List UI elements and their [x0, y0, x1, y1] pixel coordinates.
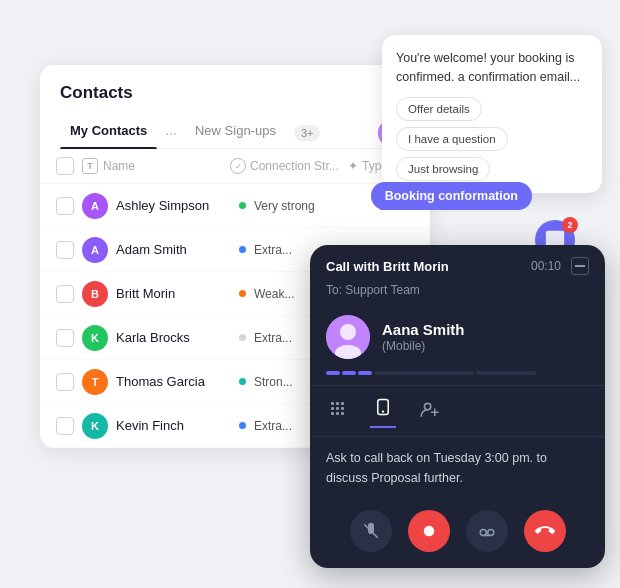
- mute-button[interactable]: [350, 510, 392, 552]
- svg-rect-13: [331, 412, 334, 415]
- call-tab-add-contact[interactable]: [416, 397, 444, 425]
- waveform-bar: [326, 371, 340, 375]
- booking-bubble-text: You're welcome! your booking is confirme…: [396, 49, 588, 87]
- header-type-icon: T: [82, 158, 98, 174]
- call-title: Call with Britt Morin: [326, 259, 449, 274]
- offer-details-button[interactable]: Offer details: [396, 97, 482, 121]
- connection-dot: [239, 202, 246, 209]
- call-tab-keypad[interactable]: [326, 397, 350, 425]
- call-actions: [310, 500, 605, 568]
- row-checkbox[interactable]: [56, 197, 74, 215]
- contacts-header: Contacts My Contacts ··· New Sign-ups 3+: [40, 65, 430, 149]
- bubble-buttons: Offer details I have a question Just bro…: [396, 97, 588, 181]
- call-timer: 00:10: [531, 259, 561, 273]
- voicemail-button[interactable]: [466, 510, 508, 552]
- avatar: K: [82, 413, 108, 439]
- header-name-label: Name: [103, 159, 135, 173]
- svg-rect-15: [341, 412, 344, 415]
- avatar: K: [82, 325, 108, 351]
- record-button[interactable]: [408, 510, 450, 552]
- call-contact-info: Aana Smith (Mobile): [382, 321, 465, 353]
- record-icon: [420, 522, 438, 540]
- svg-rect-14: [336, 412, 339, 415]
- contact-name: Ashley Simpson: [116, 198, 231, 213]
- header-type-star-icon: ✦: [348, 159, 358, 173]
- header-name: T Name: [82, 158, 222, 174]
- svg-rect-7: [331, 402, 334, 405]
- call-card: Call with Britt Morin 00:10 To: Support …: [310, 245, 605, 568]
- waveform-bar-inactive: [476, 371, 536, 375]
- svg-rect-12: [341, 407, 344, 410]
- svg-rect-3: [575, 265, 585, 267]
- svg-rect-10: [331, 407, 334, 410]
- svg-point-18: [424, 404, 430, 410]
- call-to-label: To: Support Team: [310, 283, 605, 307]
- call-contact-row: Aana Smith (Mobile): [310, 307, 605, 369]
- connection-dot: [239, 290, 246, 297]
- table-header: T Name ✓ Connection Str... ✦ Type: [40, 149, 430, 184]
- tab-my-contacts[interactable]: My Contacts: [60, 117, 157, 148]
- svg-rect-8: [336, 402, 339, 405]
- waveform-bar: [342, 371, 356, 375]
- contact-name: Adam Smith: [116, 242, 231, 257]
- svg-point-5: [340, 324, 356, 340]
- contact-name: Kevin Finch: [116, 418, 231, 433]
- svg-rect-11: [336, 407, 339, 410]
- call-contact-type: (Mobile): [382, 339, 465, 353]
- call-tab-phone[interactable]: [370, 394, 396, 428]
- header-checkbox[interactable]: [56, 157, 74, 175]
- svg-point-24: [487, 530, 493, 536]
- row-checkbox[interactable]: [56, 373, 74, 391]
- waveform-bar-inactive: [374, 371, 474, 375]
- phone-icon: [374, 398, 392, 416]
- call-card-header: Call with Britt Morin 00:10: [310, 245, 605, 283]
- header-connection: ✓ Connection Str...: [230, 158, 340, 174]
- add-contact-icon: [420, 401, 440, 417]
- header-connection-label: Connection Str...: [250, 159, 339, 173]
- avatar: A: [82, 237, 108, 263]
- connection-text: Very strong: [254, 199, 334, 213]
- connection-dot: [239, 246, 246, 253]
- tab-badge: 3+: [294, 125, 321, 141]
- just-browsing-button[interactable]: Just browsing: [396, 157, 490, 181]
- avatar: A: [82, 193, 108, 219]
- row-checkbox[interactable]: [56, 329, 74, 347]
- svg-point-23: [480, 530, 486, 536]
- call-avatar-image: [326, 315, 370, 359]
- chat-notification-badge: 2: [562, 217, 578, 233]
- minimize-icon: [575, 265, 585, 267]
- contact-name: Karla Brocks: [116, 330, 231, 345]
- contacts-title: Contacts: [60, 83, 410, 103]
- row-checkbox[interactable]: [56, 285, 74, 303]
- row-checkbox[interactable]: [56, 241, 74, 259]
- contact-name: Britt Morin: [116, 286, 231, 301]
- avatar: T: [82, 369, 108, 395]
- avatar: B: [82, 281, 108, 307]
- waveform-bar: [358, 371, 372, 375]
- connection-dot: [239, 422, 246, 429]
- mute-icon: [362, 522, 380, 540]
- call-waveform: [310, 369, 605, 385]
- call-minimize-button[interactable]: [571, 257, 589, 275]
- booking-bubble: You're welcome! your booking is confirme…: [382, 35, 602, 193]
- hangup-icon: [535, 521, 555, 541]
- contacts-tabs-row: My Contacts ··· New Sign-ups 3+: [60, 117, 410, 149]
- tab-dots[interactable]: ···: [161, 125, 181, 141]
- booking-badge: Booking conformation: [371, 182, 532, 210]
- header-check-icon: ✓: [230, 158, 246, 174]
- hangup-button[interactable]: [524, 510, 566, 552]
- keypad-icon: [330, 401, 346, 417]
- svg-point-22: [423, 526, 434, 537]
- connection-dot: [239, 378, 246, 385]
- have-question-button[interactable]: I have a question: [396, 127, 508, 151]
- connection-dot: [239, 334, 246, 341]
- voicemail-icon: [478, 522, 496, 540]
- call-contact-avatar: [326, 315, 370, 359]
- svg-point-17: [382, 411, 384, 413]
- tab-new-signups[interactable]: New Sign-ups: [185, 117, 286, 148]
- call-contact-name: Aana Smith: [382, 321, 465, 338]
- row-checkbox[interactable]: [56, 417, 74, 435]
- call-tabs: [310, 385, 605, 437]
- call-note: Ask to call back on Tuesday 3:00 pm. to …: [310, 437, 605, 500]
- svg-rect-9: [341, 402, 344, 405]
